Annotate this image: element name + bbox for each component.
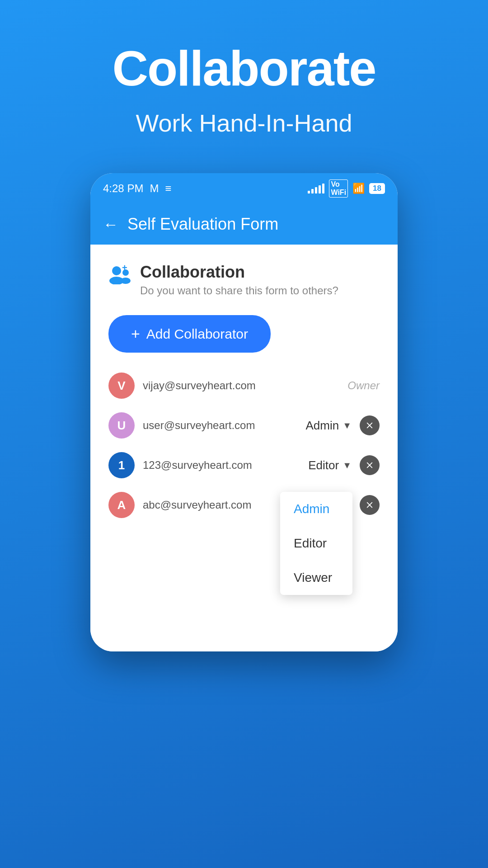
- email-abc: abc@surveyheart.com: [143, 499, 298, 511]
- avatar-abc: A: [108, 492, 135, 518]
- signal-icon: [308, 184, 324, 193]
- phone-mockup: 4:28 PM M ≡ VoWiFi 📶 18 ← Self Evaluatio…: [90, 173, 398, 651]
- collab-text: Collaboration Do you want to share this …: [140, 263, 338, 297]
- hero-subtitle: Work Hand-In-Hand: [136, 109, 352, 137]
- collaborator-row-abc: A abc@surveyheart.com Admin ▼ Admin Edit…: [108, 492, 380, 518]
- avatar-123: 1: [108, 452, 135, 478]
- remove-user-button[interactable]: [360, 415, 380, 435]
- content-area: + Collaboration Do you want to share thi…: [90, 245, 398, 651]
- remove-abc-button[interactable]: [360, 495, 380, 515]
- add-collaborator-button[interactable]: + Add Collaborator: [108, 315, 271, 353]
- avatar-vijay: V: [108, 373, 135, 399]
- dropdown-arrow-123: ▼: [343, 460, 352, 471]
- dropdown-item-editor[interactable]: Editor: [280, 526, 352, 561]
- collaborator-row-vijay: V vijay@surveyheart.com Owner: [108, 373, 380, 399]
- role-label-user: Admin: [306, 419, 339, 433]
- dropdown-item-admin[interactable]: Admin: [280, 492, 352, 526]
- status-bar: 4:28 PM M ≡ VoWiFi 📶 18: [90, 173, 398, 204]
- owner-label: Owner: [347, 379, 380, 392]
- collab-icon: +: [108, 264, 131, 289]
- role-label-123: Editor: [308, 458, 339, 472]
- vowifi-label: VoWiFi: [329, 179, 348, 198]
- notification-icon: ≡: [165, 182, 171, 195]
- time-display: 4:28 PM: [103, 182, 143, 195]
- svg-point-3: [121, 278, 131, 284]
- avatar-user: U: [108, 412, 135, 439]
- dropdown-item-viewer[interactable]: Viewer: [280, 561, 352, 595]
- email-vijay: vijay@surveyheart.com: [143, 379, 339, 392]
- collaborator-row-user: U user@surveyheart.com Admin ▼: [108, 412, 380, 439]
- back-button[interactable]: ←: [103, 216, 118, 233]
- role-select-123[interactable]: Editor ▼: [308, 458, 352, 472]
- collab-heading: Collaboration: [140, 263, 338, 282]
- email-user: user@surveyheart.com: [143, 419, 298, 432]
- plus-icon: +: [131, 325, 140, 343]
- app-bar: ← Self Evaluation Form: [90, 204, 398, 245]
- collab-header: + Collaboration Do you want to share thi…: [108, 263, 380, 297]
- hero-title: Collaborate: [112, 41, 375, 95]
- email-123: 123@surveyheart.com: [143, 459, 300, 472]
- battery-indicator: 18: [369, 183, 385, 194]
- wifi-icon: 📶: [352, 183, 365, 194]
- role-dropdown-menu: Admin Editor Viewer: [280, 492, 352, 595]
- gmail-icon: M: [150, 182, 159, 195]
- app-bar-title: Self Evaluation Form: [127, 215, 278, 234]
- status-left: 4:28 PM M ≡: [103, 182, 171, 195]
- dropdown-arrow-user: ▼: [343, 420, 352, 431]
- collaborator-row-123: 1 123@surveyheart.com Editor ▼: [108, 452, 380, 478]
- role-select-user[interactable]: Admin ▼: [306, 419, 352, 433]
- svg-point-0: [112, 266, 121, 275]
- svg-text:+: +: [122, 264, 127, 273]
- collab-description: Do you want to share this form to others…: [140, 284, 338, 297]
- add-collaborator-label: Add Collaborator: [146, 326, 248, 342]
- status-right: VoWiFi 📶 18: [308, 179, 385, 198]
- remove-123-button[interactable]: [360, 455, 380, 475]
